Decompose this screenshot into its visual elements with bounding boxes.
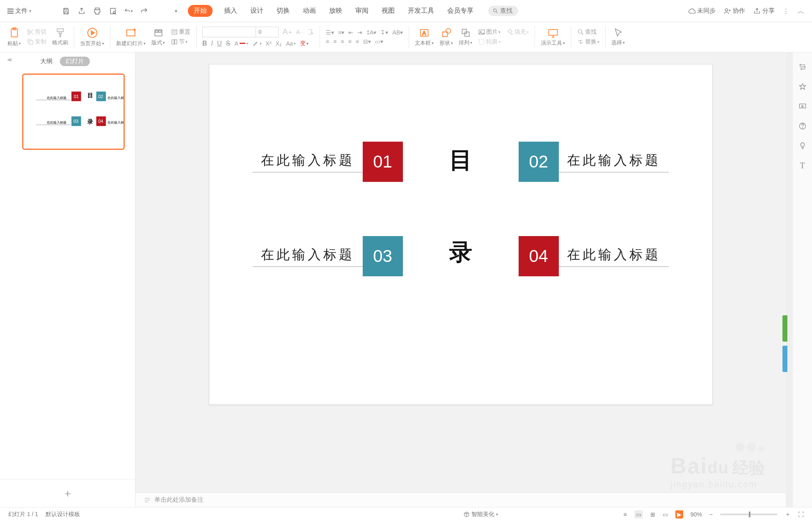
collapse-pane-icon[interactable]: <<	[7, 57, 11, 63]
beautify-button[interactable]: 智能美化▾	[463, 511, 498, 518]
paste-button[interactable]: 粘贴▾	[7, 27, 21, 47]
tab-review[interactable]: 审阅	[354, 5, 370, 17]
sync-button[interactable]: 未同步	[688, 7, 716, 15]
idea-rail-icon[interactable]	[798, 141, 807, 150]
bold-icon[interactable]: B	[202, 40, 207, 47]
clear-format-icon[interactable]	[307, 28, 314, 36]
align-distribute-icon[interactable]: ≡	[356, 38, 359, 45]
collapse-ribbon-icon[interactable]: ︿	[797, 6, 805, 16]
smartart-icon[interactable]: ▭▾	[375, 38, 383, 45]
text-direction-icon[interactable]: ↧▾	[380, 29, 388, 36]
zoom-in-icon[interactable]: ＋	[785, 511, 791, 518]
select-button[interactable]: 选择▾	[611, 28, 625, 46]
align-justify-icon[interactable]: ≡	[348, 38, 352, 45]
picture-button[interactable]: 图片▾	[478, 28, 501, 36]
slide-thumbnail-1[interactable]: 1 在此输入标题 01 目 02 在此输入标题 在此输入标题 03 录 04 在…	[12, 73, 135, 150]
change-case-icon[interactable]: Aa▾	[286, 40, 296, 47]
arrange-button[interactable]: 排列▾	[459, 28, 472, 46]
find-button[interactable]: 查找	[577, 28, 599, 36]
tab-transition[interactable]: 切换	[275, 5, 291, 17]
file-menu[interactable]: 文件 ▾	[7, 7, 31, 15]
numbering-icon[interactable]: ≡▾	[338, 29, 344, 36]
tab-insert[interactable]: 插入	[222, 5, 239, 17]
tab-home[interactable]: 开始	[188, 5, 213, 17]
view-normal-icon[interactable]: ▭	[634, 510, 643, 519]
valign-icon[interactable]: ⊟▾	[363, 38, 371, 45]
add-slide-button[interactable]: ＋	[0, 479, 135, 507]
text-effects-icon[interactable]: 变▾	[300, 40, 309, 47]
fill-button[interactable]: 填充▾	[506, 28, 529, 36]
presentation-tools-button[interactable]: 演示工具▾	[541, 27, 565, 47]
shape-button[interactable]: 形状▾	[439, 27, 453, 47]
side-tab-green[interactable]	[782, 315, 787, 342]
align-center-icon[interactable]: ≡	[333, 38, 336, 45]
outline-tab[interactable]: 大纲	[37, 57, 56, 66]
decrease-font-icon[interactable]: A-	[296, 29, 302, 35]
format-painter-button[interactable]: 格式刷	[52, 28, 68, 46]
undo-icon[interactable]: ▾	[124, 7, 133, 16]
highlight-icon[interactable]: ▾	[252, 40, 262, 47]
underline-icon[interactable]: U	[217, 40, 222, 47]
tab-slideshow[interactable]: 放映	[327, 5, 344, 17]
save-icon[interactable]	[62, 7, 71, 16]
search-button[interactable]: 查找	[488, 6, 518, 16]
strike-icon[interactable]: S	[226, 40, 231, 47]
font-name-input[interactable]	[202, 27, 256, 37]
share-button[interactable]: 分享	[753, 7, 775, 15]
font-color-icon[interactable]: A▾	[234, 40, 248, 47]
layout-button[interactable]: 版式▾	[151, 28, 165, 46]
line-spacing-icon[interactable]: ‡A▾	[366, 29, 376, 36]
toc-entry-1[interactable]: 在此输入标题 01	[253, 142, 403, 182]
slideshow-rail-icon[interactable]	[798, 102, 807, 111]
increase-font-icon[interactable]: A+	[283, 28, 292, 36]
section-button[interactable]: 节▾	[171, 38, 190, 46]
toc-entry-2[interactable]: 02 在此输入标题	[519, 142, 669, 182]
toc-entry-3[interactable]: 在此输入标题 03	[253, 236, 403, 276]
notes-toggle-icon[interactable]: ≡	[624, 511, 627, 518]
print-preview-icon[interactable]	[108, 7, 117, 16]
tab-animation[interactable]: 动画	[301, 5, 318, 17]
redo-icon[interactable]	[140, 7, 149, 16]
vertical-scrollbar[interactable]	[786, 53, 792, 507]
tab-design[interactable]: 设计	[249, 5, 265, 17]
slideshow-from-current-button[interactable]: 当页开始▾	[80, 27, 104, 47]
text-rail-icon[interactable]: T	[798, 161, 807, 170]
notes-bar[interactable]: 单击此处添加备注	[135, 492, 786, 507]
slides-tab[interactable]: 幻灯片	[60, 57, 90, 66]
outline-button[interactable]: 轮廓▾	[478, 38, 501, 46]
collab-button[interactable]: 协作	[724, 7, 745, 15]
align-right-icon[interactable]: ≡	[341, 38, 344, 45]
textbox-button[interactable]: A 文本框▾	[415, 27, 434, 47]
bullets-icon[interactable]: ☰▾	[326, 29, 334, 36]
star-rail-icon[interactable]	[798, 82, 807, 91]
subscript-icon[interactable]: X₂	[276, 40, 282, 47]
copy-button[interactable]: 复制	[27, 38, 46, 46]
zoom-slider[interactable]	[720, 514, 778, 515]
slide-canvas[interactable]: 目 录 在此输入标题 01 02 在此输入标题 在此输入标题 03 04 在此输…	[209, 64, 713, 405]
toc-entry-4[interactable]: 04 在此输入标题	[519, 236, 669, 276]
font-picker[interactable]	[202, 27, 279, 37]
export-icon[interactable]	[77, 7, 86, 16]
tab-member[interactable]: 会员专享	[446, 5, 475, 17]
view-reading-icon[interactable]: ▭	[663, 511, 668, 518]
more-icon[interactable]: ⋮	[783, 7, 789, 15]
align-left-icon[interactable]: ≡	[326, 38, 329, 45]
print-icon[interactable]	[93, 7, 102, 16]
tab-view[interactable]: 视图	[380, 5, 396, 17]
zoom-out-icon[interactable]: −	[709, 511, 713, 518]
view-sorter-icon[interactable]: ⊞	[650, 511, 655, 518]
replace-button[interactable]: 替换▾	[577, 38, 599, 46]
font-size-input[interactable]	[256, 27, 279, 37]
help-rail-icon[interactable]	[798, 122, 807, 131]
customize-qat-icon[interactable]: ▾	[175, 8, 177, 14]
fit-window-icon[interactable]: ⛶	[798, 511, 804, 518]
tab-developer[interactable]: 开发工具	[406, 5, 436, 17]
settings-rail-icon[interactable]	[798, 62, 807, 71]
cut-button[interactable]: 剪切	[27, 28, 46, 36]
view-slideshow-icon[interactable]: ▶	[675, 510, 683, 519]
new-slide-button[interactable]: 新建幻灯片▾	[116, 27, 146, 47]
side-tab-blue[interactable]	[782, 346, 787, 372]
indent-inc-icon[interactable]: ⇥	[357, 29, 362, 36]
italic-icon[interactable]: I	[211, 40, 213, 47]
superscript-icon[interactable]: X²	[266, 40, 272, 47]
